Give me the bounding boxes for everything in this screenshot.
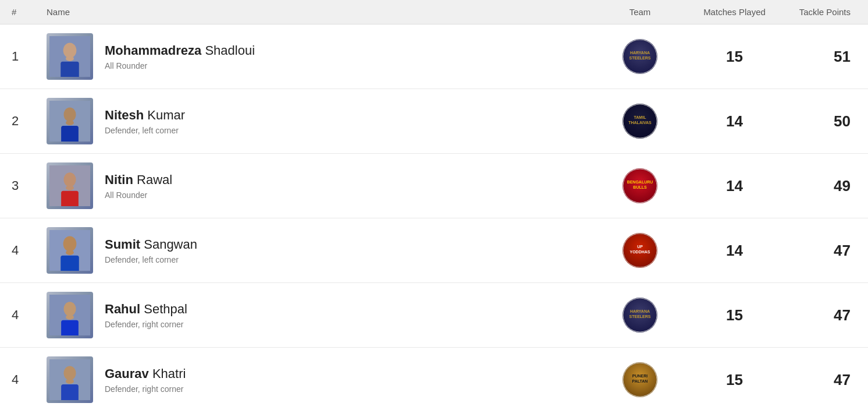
player-photo-1 [47,33,93,80]
svg-point-8 [64,107,76,122]
row-matches-3: 14 [684,177,785,195]
team-logo-5: HARYANA STEELERS [622,298,657,333]
row-rank-1: 1 [12,49,47,64]
row-points-4: 47 [785,242,856,260]
player-photo-2 [47,98,93,144]
svg-text:THALAIVAS: THALAIVAS [628,121,652,125]
row-rank-6: 4 [12,372,47,387]
row-matches-1: 15 [684,48,785,66]
row-points-3: 49 [785,177,856,195]
row-rank-5: 4 [12,308,47,323]
player-role-6: Defender, right corner [105,384,186,394]
header-name: Name [47,7,596,17]
header-points: Tackle Points [785,7,856,17]
row-team-2: TAMIL THALAIVAS [596,104,684,139]
svg-text:HARYANA: HARYANA [630,51,650,55]
player-photo-3 [47,162,93,209]
row-player-4: Sumit Sangwan Defender, left corner [47,227,596,274]
leaderboard-table: # Name Team Matches Played Tackle Points… [0,0,868,410]
svg-point-1 [63,43,77,58]
row-team-1: HARYANA STEELERS [596,39,684,74]
svg-point-31 [66,314,74,320]
row-matches-6: 15 [684,371,785,389]
row-player-5: Rahul Sethpal Defender, right corner [47,292,596,338]
svg-text:PUNERI: PUNERI [632,374,648,378]
svg-rect-37 [61,384,79,400]
row-matches-4: 14 [684,242,785,260]
svg-text:BULLS: BULLS [633,185,647,189]
row-team-4: UP YODDHAS [596,233,684,268]
svg-text:YODDHAS: YODDHAS [629,250,650,254]
table-header: # Name Team Matches Played Tackle Points [0,0,868,24]
row-player-2: Nitesh Kumar Defender, left corner [47,98,596,144]
player-name-4: Sumit Sangwan [105,237,197,252]
table-row: 3 Nitin Rawal All Rounder [0,154,868,218]
row-rank-3: 3 [12,178,47,193]
player-photo-6 [47,356,93,403]
svg-text:PALTAN: PALTAN [632,379,648,383]
svg-text:TAMIL: TAMIL [634,115,647,119]
row-rank-4: 4 [12,243,47,258]
row-matches-2: 14 [684,112,785,130]
svg-text:UP: UP [637,245,643,249]
row-player-3: Nitin Rawal All Rounder [47,162,596,209]
team-logo-1: HARYANA STEELERS [622,39,657,74]
player-info-2: Nitesh Kumar Defender, left corner [105,108,185,135]
svg-point-24 [66,250,74,255]
row-player-1: Mohammadreza Shadloui All Rounder [47,33,596,80]
row-points-1: 51 [785,48,856,66]
svg-text:BENGALURU: BENGALURU [627,180,653,184]
header-team: Team [596,7,684,17]
player-info-4: Sumit Sangwan Defender, left corner [105,237,197,264]
player-role-5: Defender, right corner [105,320,187,329]
player-name-6: Gaurav Khatri [105,366,186,381]
table-row: 4 Gaurav Khatri Defender, right corner [0,348,868,410]
svg-point-22 [63,236,77,252]
player-photo-4 [47,227,93,274]
player-info-1: Mohammadreza Shadloui All Rounder [105,43,255,70]
svg-point-17 [66,185,74,190]
row-rank-2: 2 [12,114,47,129]
player-name-3: Nitin Rawal [105,172,172,188]
svg-text:HARYANA: HARYANA [630,309,650,313]
table-row: 4 Sumit Sangwan Defender, left corner [0,218,868,283]
player-photo-5 [47,292,93,338]
svg-rect-16 [61,191,79,206]
header-rank: # [12,7,47,17]
player-info-5: Rahul Sethpal Defender, right corner [105,302,187,329]
player-info-3: Nitin Rawal All Rounder [105,172,172,200]
row-team-5: HARYANA STEELERS [596,298,684,333]
player-role-4: Defender, left corner [105,255,197,264]
player-role-3: All Rounder [105,190,172,200]
row-points-5: 47 [785,306,856,324]
svg-point-38 [66,379,74,384]
team-logo-4: UP YODDHAS [622,233,657,268]
player-name-5: Rahul Sethpal [105,302,187,317]
svg-rect-9 [61,126,79,142]
table-row: 4 Rahul Sethpal Defender, right corner [0,283,868,348]
svg-point-29 [64,302,76,316]
table-body: 1 Mohammadreza Shadloui All Rounder [0,24,868,410]
row-matches-5: 15 [684,306,785,324]
table-row: 2 Nitesh Kumar Defender, left corner [0,89,868,154]
player-role-1: All Rounder [105,61,255,70]
svg-text:STEELERS: STEELERS [629,56,651,60]
svg-point-3 [66,56,74,61]
player-info-6: Gaurav Khatri Defender, right corner [105,366,186,394]
svg-point-15 [64,172,76,187]
row-team-6: PUNERI PALTAN [596,362,684,397]
row-points-2: 50 [785,112,856,130]
svg-point-10 [66,120,74,125]
player-name-2: Nitesh Kumar [105,108,185,123]
row-team-3: BENGALURU BULLS [596,168,684,203]
player-role-2: Defender, left corner [105,126,185,135]
svg-text:STEELERS: STEELERS [629,314,651,319]
svg-rect-30 [61,320,79,335]
team-logo-6: PUNERI PALTAN [622,362,657,397]
table-row: 1 Mohammadreza Shadloui All Rounder [0,24,868,89]
row-points-6: 47 [785,371,856,389]
svg-point-36 [64,366,76,380]
team-logo-3: BENGALURU BULLS [622,168,657,203]
header-matches: Matches Played [684,7,785,17]
team-logo-2: TAMIL THALAIVAS [622,104,657,139]
